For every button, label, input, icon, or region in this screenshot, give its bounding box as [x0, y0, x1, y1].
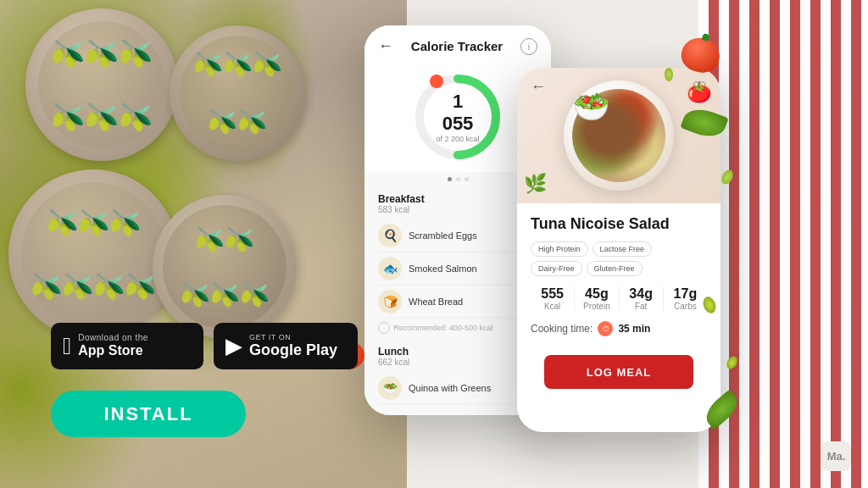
macro-carbs: 17g Carbs [664, 286, 707, 311]
tag-high-protein: High Protein [531, 241, 588, 257]
svg-point-2 [430, 75, 443, 88]
tag-dairy-free: Dairy-Free [531, 261, 582, 276]
favorite-button[interactable]: ♡ [692, 78, 707, 98]
macro-protein-value: 45g [575, 286, 618, 302]
meal-item-wheat-bread[interactable]: 🍞 Wheat Bread › [378, 286, 537, 319]
app-store-button[interactable]:  Download on the App Store [51, 323, 203, 369]
macro-kcal: 555 Kcal [531, 286, 575, 311]
recommended-calories: Recommended: 400-500 kcal [378, 319, 537, 337]
back-button-2[interactable]: ← [531, 78, 546, 98]
lunch-kcal: 662 kcal [378, 358, 537, 367]
info-button[interactable]: i [520, 38, 537, 55]
calorie-sub: of 2 200 kcal [435, 135, 481, 143]
macro-protein: 45g Protein [575, 286, 619, 311]
cooking-time-value: 35 min [618, 323, 650, 335]
floating-seed-2 [665, 68, 673, 81]
log-meal-label: LOG MEAL [587, 366, 652, 379]
bowl-top-left: 🫒🫒🫒 🫒🫒🫒 [25, 8, 178, 161]
wheat-bread-icon: 🍞 [378, 290, 402, 313]
meal-item-scrambled-eggs[interactable]: 🍳 Scrambled Eggs › [378, 219, 537, 252]
bowl-middle-right: 🫒🫒 🫒🫒 🫒 [153, 195, 297, 339]
back-button-1[interactable]: ← [378, 37, 393, 55]
calorie-number: 1 055 [435, 91, 481, 135]
breakfast-kcal: 583 kcal [378, 205, 537, 214]
google-play-icon: ▶ [225, 333, 242, 359]
tag-lactose-free: Lactose Free [593, 241, 653, 257]
dot-2 [456, 177, 460, 181]
app-buttons-container:  Download on the App Store ▶ GET IT ON … [51, 323, 358, 369]
install-button-label: INSTALL [103, 403, 192, 425]
phone2-header: ← ♡ [517, 68, 721, 108]
macro-protein-label: Protein [575, 302, 618, 311]
food-image-container: ← ♡ 🥗 🍅 🌿 [517, 68, 721, 203]
food-macros: 555 Kcal 45g Protein 34g Fat 17g Carbs [531, 286, 707, 311]
cooking-time: Cooking time: ⏱ 35 min [531, 321, 707, 336]
meal-item-smoked-salmon[interactable]: 🐟 Smoked Salmon › [378, 252, 537, 286]
lunch-title: Lunch [378, 346, 537, 358]
macro-fat-value: 34g [620, 286, 663, 302]
macro-kcal-value: 555 [531, 286, 574, 302]
log-meal-container: LOG MEAL [517, 355, 721, 399]
dot-1 [448, 177, 452, 181]
scrambled-eggs-label: Scrambled Eggs [409, 230, 526, 241]
google-play-big-text: Google Play [249, 341, 337, 360]
smoked-salmon-label: Smoked Salmon [409, 263, 526, 274]
rec-circle-icon [378, 322, 390, 334]
floating-herb-phone2: 🌿 [524, 173, 547, 195]
quinoa-icon: 🥗 [378, 376, 402, 400]
cooking-time-label: Cooking time: [531, 323, 593, 335]
meal-item-quinoa[interactable]: 🥗 Quinoa with Greens [378, 372, 537, 405]
ma-logo: Ma. [821, 441, 851, 471]
food-tags: High Protein Lactose Free Dairy-Free Glu… [531, 241, 707, 276]
macro-fat: 34g Fat [620, 286, 664, 311]
macro-carbs-value: 17g [664, 286, 707, 302]
logo-text: Ma. [827, 450, 846, 463]
google-play-button[interactable]: ▶ GET IT ON Google Play [214, 323, 358, 369]
app-store-big-text: App Store [78, 342, 148, 358]
clock-icon: ⏱ [598, 321, 613, 336]
calorie-ring: 1 055 of 2 200 kcal [411, 70, 504, 164]
dot-3 [465, 177, 469, 181]
calorie-center-info: 1 055 of 2 200 kcal [435, 91, 481, 143]
tag-gluten-free: Gluten-Free [587, 261, 643, 276]
breakfast-title: Breakfast [378, 193, 537, 205]
google-play-text: GET IT ON Google Play [249, 333, 337, 360]
install-button[interactable]: INSTALL [51, 391, 246, 437]
apple-icon:  [63, 335, 71, 358]
bowl-top-right: 🫒🫒🫒 🫒🫒 [170, 25, 305, 161]
smoked-salmon-icon: 🐟 [378, 257, 402, 280]
wheat-bread-label: Wheat Bread [409, 297, 526, 307]
log-meal-button[interactable]: LOG MEAL [544, 355, 693, 389]
rec-text: Recommended: 400-500 kcal [393, 324, 493, 332]
app-store-small-text: Download on the [78, 333, 148, 342]
phone-title-1: Calorie Tracker [411, 39, 503, 53]
macro-carbs-label: Carbs [664, 302, 707, 311]
google-play-small-text: GET IT ON [249, 333, 337, 341]
phone-header-1: ← Calorie Tracker i [364, 25, 551, 62]
scrambled-eggs-icon: 🍳 [378, 224, 402, 247]
food-name: Tuna Nicoise Salad [531, 215, 707, 233]
macro-fat-label: Fat [620, 302, 663, 311]
app-store-text: Download on the App Store [78, 333, 148, 358]
macro-kcal-label: Kcal [531, 302, 574, 311]
food-detail-section: Tuna Nicoise Salad High Protein Lactose … [517, 203, 721, 355]
